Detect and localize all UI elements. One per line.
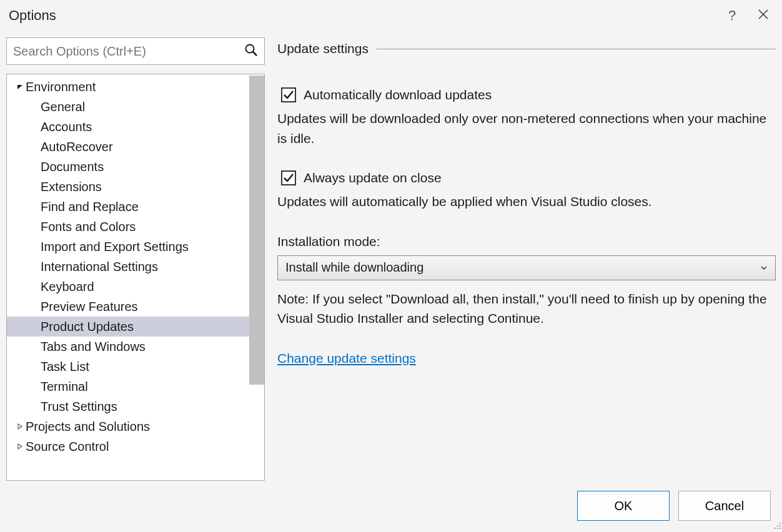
install-mode-note: Note: If you select "Download all, then … xyxy=(277,289,776,328)
tree-item-international[interactable]: International Settings xyxy=(7,257,264,277)
chevron-down-icon xyxy=(16,84,24,90)
cancel-button[interactable]: Cancel xyxy=(678,491,771,521)
search-input-container[interactable] xyxy=(6,37,265,65)
tree-group-environment[interactable]: Environment xyxy=(7,77,264,97)
install-mode-dropdown[interactable]: Install while downloading xyxy=(277,255,776,280)
svg-point-6 xyxy=(780,525,781,526)
tree-item-find-replace[interactable]: Find and Replace xyxy=(7,197,264,217)
svg-point-8 xyxy=(777,528,778,529)
svg-point-9 xyxy=(780,528,781,529)
section-title: Update settings xyxy=(277,41,369,56)
chevron-right-icon xyxy=(16,423,24,430)
titlebar: Options ? xyxy=(0,0,782,31)
update-on-close-label: Always update on close xyxy=(304,170,442,185)
tree-group-label: Projects and Solutions xyxy=(26,420,150,434)
auto-download-checkbox[interactable] xyxy=(281,87,296,102)
tree-item-tabs-windows[interactable]: Tabs and Windows xyxy=(7,337,264,357)
tree-item-autorecover[interactable]: AutoRecover xyxy=(7,137,264,157)
help-button[interactable]: ? xyxy=(720,7,745,24)
tree-scrollbar[interactable] xyxy=(249,76,264,385)
window-title: Options xyxy=(9,7,713,24)
svg-point-4 xyxy=(780,523,781,524)
tree-item-preview-features[interactable]: Preview Features xyxy=(7,297,264,317)
install-mode-label: Installation mode: xyxy=(277,234,776,249)
install-mode-selected: Install while downloading xyxy=(285,260,760,275)
update-on-close-checkbox[interactable] xyxy=(281,170,296,185)
check-icon xyxy=(283,172,294,184)
tree-group-projects[interactable]: Projects and Solutions xyxy=(7,416,264,436)
tree-item-product-updates[interactable]: Product Updates xyxy=(7,317,264,337)
tree-item-terminal[interactable]: Terminal xyxy=(7,377,264,397)
tree-item-fonts-colors[interactable]: Fonts and Colors xyxy=(7,217,264,237)
ok-button[interactable]: OK xyxy=(577,491,670,521)
change-settings-link[interactable]: Change update settings xyxy=(277,351,776,366)
options-tree: Environment General Accounts AutoRecover… xyxy=(6,74,265,481)
tree-group-source-control[interactable]: Source Control xyxy=(7,436,264,456)
dialog-buttons: OK Cancel xyxy=(577,491,771,521)
auto-download-label: Automatically download updates xyxy=(304,87,492,102)
svg-point-7 xyxy=(775,528,776,529)
tree-item-keyboard[interactable]: Keyboard xyxy=(7,277,264,297)
chevron-right-icon xyxy=(16,443,24,450)
check-icon xyxy=(283,89,294,101)
chevron-down-icon xyxy=(760,260,768,275)
divider xyxy=(376,49,776,49)
tree-item-general[interactable]: General xyxy=(7,97,264,117)
tree-item-task-list[interactable]: Task List xyxy=(7,357,264,377)
close-icon xyxy=(758,9,769,20)
auto-download-desc: Updates will be downloaded only over non… xyxy=(277,109,776,148)
search-input[interactable] xyxy=(13,44,244,59)
tree-item-extensions[interactable]: Extensions xyxy=(7,177,264,197)
svg-line-3 xyxy=(253,52,257,56)
tree-item-trust-settings[interactable]: Trust Settings xyxy=(7,397,264,416)
section-header: Update settings xyxy=(277,41,776,56)
tree-item-import-export[interactable]: Import and Export Settings xyxy=(7,237,264,257)
resize-grip[interactable] xyxy=(773,521,781,531)
svg-point-2 xyxy=(246,44,254,52)
search-icon xyxy=(244,43,258,60)
svg-point-5 xyxy=(777,525,778,526)
close-button[interactable] xyxy=(751,9,776,23)
tree-item-documents[interactable]: Documents xyxy=(7,157,264,177)
tree-item-accounts[interactable]: Accounts xyxy=(7,117,264,137)
update-on-close-desc: Updates will automatically be applied wh… xyxy=(277,192,776,212)
tree-group-label: Environment xyxy=(26,80,96,94)
tree-group-label: Source Control xyxy=(26,440,109,454)
